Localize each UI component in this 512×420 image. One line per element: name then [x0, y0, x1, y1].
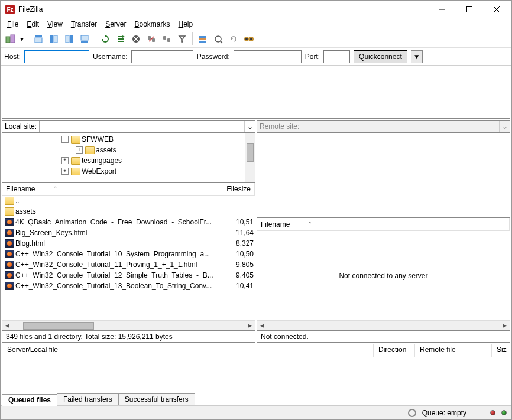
svg-rect-27 — [199, 38, 206, 40]
site-manager-button[interactable] — [3, 31, 18, 47]
list-item[interactable]: C++_Win32_Console_Tutorial_13_Boolean_To… — [2, 281, 255, 291]
list-item[interactable]: .. — [2, 196, 255, 206]
tab-successful-transfers[interactable]: Successful transfers — [118, 393, 195, 405]
tree-item-label: assets — [96, 146, 116, 154]
settings-icon[interactable] — [408, 409, 416, 417]
toggle-log-button[interactable] — [31, 31, 46, 47]
menu-bookmarks[interactable]: Bookmarks — [130, 19, 174, 30]
local-tree[interactable]: -SFWWEB+assets+testingpages+WebExport — [2, 133, 255, 183]
svg-rect-26 — [199, 36, 206, 38]
file-icon — [5, 239, 14, 248]
local-col-filename[interactable]: Filename — [2, 183, 222, 195]
file-name: C++_Win32_Console_Tutorial_10_System_Pro… — [15, 250, 225, 258]
minimize-button[interactable] — [429, 1, 456, 18]
remote-tree[interactable] — [257, 133, 510, 218]
auto-scroll-button[interactable] — [226, 31, 241, 47]
remote-site-label: Remote site: — [257, 122, 302, 131]
svg-rect-4 — [6, 37, 10, 43]
menu-view[interactable]: View — [43, 19, 67, 30]
tree-item-label: WebExport — [82, 167, 116, 175]
list-item[interactable]: C++_Win32_Console_Tutorial_12_Simple_Tru… — [2, 270, 255, 281]
disconnect-button[interactable] — [144, 31, 159, 47]
tree-expand-icon[interactable]: + — [61, 168, 69, 175]
file-name: C++_Win32_Console_Tutorial_12_Simple_Tru… — [15, 271, 225, 279]
compare-button[interactable] — [195, 31, 210, 47]
tab-failed-transfers[interactable]: Failed transfers — [57, 393, 119, 405]
remote-hscroll[interactable]: ◀▶ — [257, 320, 510, 330]
message-log[interactable] — [2, 66, 510, 119]
file-size: 10,51 — [225, 218, 255, 226]
username-input[interactable] — [131, 50, 193, 63]
maximize-button[interactable] — [456, 1, 483, 18]
queue-col-size[interactable]: Siz — [492, 344, 510, 357]
local-site-row: Local site: ⌄ — [2, 120, 255, 133]
reconnect-button[interactable] — [159, 31, 174, 47]
quickconnect-history-dropdown[interactable]: ▼ — [411, 50, 423, 63]
file-icon — [5, 250, 14, 258]
tree-item[interactable]: +assets — [61, 145, 245, 155]
list-item[interactable]: C++_Win32_Console_Tutorial_11_Proving_1_… — [2, 259, 255, 270]
menu-help[interactable]: Help — [174, 19, 197, 30]
list-item[interactable]: C++_Win32_Console_Tutorial_10_System_Pro… — [2, 249, 255, 259]
toggle-remote-tree-button[interactable] — [61, 31, 77, 47]
list-item[interactable]: assets — [2, 206, 255, 217]
local-col-filesize[interactable]: Filesize — [222, 183, 255, 195]
toolbar: ▾ — [1, 30, 511, 48]
file-size: 9,405 — [225, 271, 255, 279]
queue-col-server[interactable]: Server/Local file — [2, 344, 374, 357]
find-button[interactable] — [241, 31, 257, 47]
transfer-queue[interactable]: Server/Local file Direction Remote file … — [2, 344, 510, 392]
file-size: 11,64 — [225, 229, 255, 237]
menu-edit[interactable]: Edit — [22, 19, 43, 30]
tree-item[interactable]: +WebExport — [61, 166, 245, 177]
toggle-queue-button[interactable] — [77, 31, 92, 47]
menu-server[interactable]: Server — [101, 19, 130, 30]
host-input[interactable] — [24, 50, 89, 63]
tab-queued-files[interactable]: Queued files — [2, 394, 57, 406]
local-site-combo-caret[interactable]: ⌄ — [244, 121, 255, 132]
queue-col-direction[interactable]: Direction — [374, 344, 415, 357]
activity-led-recv-icon — [501, 410, 507, 415]
tree-expand-icon[interactable]: + — [76, 146, 83, 154]
remote-col-filename[interactable]: Filename — [257, 218, 510, 230]
local-filelist[interactable]: Filename Filesize ..assets4K_QBasic_Anim… — [2, 183, 255, 331]
sync-browse-button[interactable] — [210, 31, 226, 47]
local-site-combo[interactable] — [39, 121, 244, 132]
queue-status-text: Queue: empty — [422, 409, 466, 417]
menu-transfer[interactable]: Transfer — [67, 19, 101, 30]
local-hscroll[interactable]: ◀▶ — [2, 320, 255, 330]
cancel-button[interactable] — [128, 31, 144, 47]
local-tree-scrollbar[interactable] — [245, 133, 255, 182]
remote-filelist[interactable]: Filename Not connected to any server ◀▶ — [257, 218, 510, 331]
filter-button[interactable] — [174, 31, 190, 47]
site-manager-dropdown[interactable]: ▾ — [18, 31, 25, 47]
list-item[interactable]: Big_Screen_Keys.html11,64 — [2, 227, 255, 238]
svg-point-34 — [250, 38, 252, 40]
tree-item[interactable]: -SFWWEB — [61, 134, 245, 145]
file-icon — [5, 261, 14, 269]
toggle-local-tree-button[interactable] — [46, 31, 61, 47]
quickconnect-button[interactable]: Quickconnect — [354, 50, 407, 63]
folder-icon — [5, 207, 14, 216]
port-input[interactable] — [323, 50, 350, 63]
tree-expand-icon[interactable]: + — [61, 157, 69, 164]
file-size: 10,41 — [225, 282, 255, 290]
password-input[interactable] — [234, 50, 302, 63]
remote-status: Not connected. — [257, 331, 510, 343]
tree-expand-icon[interactable]: - — [61, 136, 69, 143]
process-queue-button[interactable] — [113, 31, 128, 47]
close-button[interactable] — [483, 1, 510, 18]
menu-file[interactable]: File — [3, 19, 22, 30]
tree-item-label: SFWWEB — [82, 135, 114, 144]
host-label: Host: — [4, 53, 21, 61]
tree-item[interactable]: +testingpages — [61, 155, 245, 166]
remote-site-combo — [302, 121, 499, 132]
svg-rect-21 — [152, 38, 155, 42]
list-item[interactable]: Blog.html8,327 — [2, 238, 255, 249]
file-name: .. — [15, 197, 225, 205]
svg-rect-28 — [199, 41, 206, 43]
queue-col-remote[interactable]: Remote file — [415, 344, 492, 357]
file-size: 10,50 — [225, 250, 255, 258]
refresh-button[interactable] — [98, 31, 113, 47]
list-item[interactable]: 4K_QBasic_Animation_Code_-_Free_Download… — [2, 217, 255, 227]
